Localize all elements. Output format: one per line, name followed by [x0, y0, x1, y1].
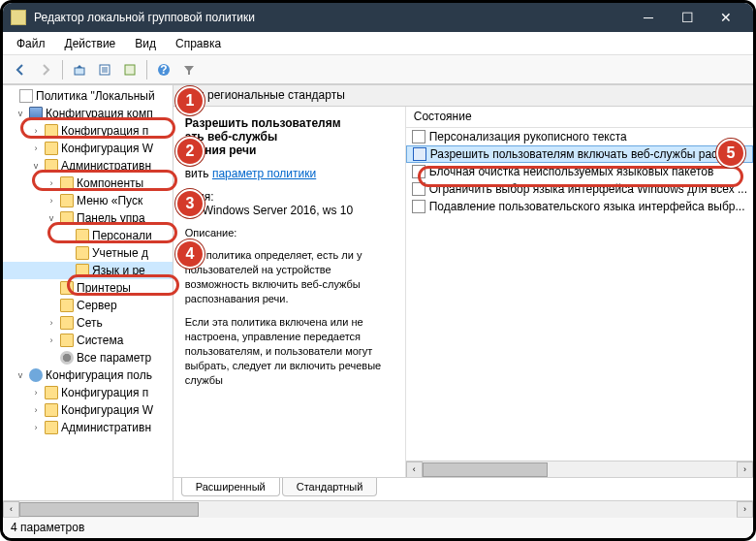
- folder-icon: [45, 386, 58, 399]
- tree-item[interactable]: ›Конфигурация п: [3, 122, 173, 140]
- tree-item[interactable]: ›Система: [3, 332, 173, 349]
- tree-item[interactable]: Учетные д: [3, 244, 173, 262]
- help-button[interactable]: ?: [152, 58, 175, 81]
- tab-extended[interactable]: Расширенный: [181, 478, 280, 496]
- tree-control-panel[interactable]: vПанель упра: [3, 209, 173, 227]
- folder-icon: [76, 229, 89, 242]
- maximize-button[interactable]: ☐: [668, 3, 707, 32]
- description-pane: Разрешить пользователям ать веб-службы а…: [173, 107, 406, 477]
- folder-icon: [60, 194, 74, 207]
- properties-button[interactable]: [93, 58, 116, 81]
- tree-item[interactable]: ›Сеть: [3, 314, 173, 332]
- scroll-thumb[interactable]: [423, 462, 549, 477]
- edit-policy-link[interactable]: параметр политики: [212, 167, 316, 180]
- setting-icon: [412, 130, 425, 143]
- folder-icon: [45, 142, 58, 155]
- computer-icon: [29, 107, 43, 120]
- setting-icon: [412, 165, 425, 178]
- menu-help[interactable]: Справка: [166, 34, 231, 53]
- scroll-thumb[interactable]: [19, 502, 199, 517]
- folder-icon: [60, 334, 74, 347]
- list-row-selected[interactable]: Разрешить пользователям включать веб-слу…: [406, 145, 753, 163]
- list-row[interactable]: Подавление пользовательского языка интер…: [406, 198, 753, 215]
- scroll-right-button[interactable]: ›: [737, 501, 753, 518]
- svg-rect-0: [75, 68, 84, 75]
- policy-icon: [19, 89, 33, 103]
- minimize-button[interactable]: ─: [629, 3, 668, 32]
- folder-icon: [76, 246, 89, 260]
- user-icon: [29, 368, 43, 382]
- policy-title: Разрешить пользователям ать веб-службы а…: [185, 116, 394, 157]
- column-state[interactable]: Состояние: [406, 107, 753, 127]
- list-row[interactable]: Ограничить выбор языка интерфейса Window…: [406, 180, 753, 198]
- tree-item[interactable]: Принтеры: [3, 279, 173, 297]
- folder-icon: [45, 421, 58, 434]
- tree-item[interactable]: Сервер: [3, 297, 173, 314]
- annotation-badge-5: 5: [716, 139, 745, 168]
- svg-rect-5: [125, 65, 135, 75]
- tree-root[interactable]: Политика "Локальный: [3, 87, 173, 105]
- menu-bar: Файл Действие Вид Справка: [3, 32, 753, 55]
- menu-file[interactable]: Файл: [7, 34, 55, 53]
- tree-user-config[interactable]: vКонфигурация поль: [3, 366, 173, 384]
- setting-icon: [412, 200, 425, 213]
- folder-icon: [60, 211, 74, 225]
- folder-icon: [60, 299, 74, 312]
- folder-icon: [60, 281, 74, 295]
- gear-icon: [60, 351, 74, 365]
- export-button[interactable]: [118, 58, 142, 81]
- scroll-left-button[interactable]: ‹: [3, 501, 19, 518]
- tree-item[interactable]: Персонали: [3, 227, 173, 244]
- folder-icon: [45, 124, 58, 138]
- folder-icon: [60, 176, 74, 190]
- tree-item[interactable]: ›Административн: [3, 419, 173, 436]
- list-header: Состояние: [406, 107, 753, 128]
- app-icon: [11, 10, 26, 25]
- settings-list: Состояние Персонализация рукописного тек…: [406, 107, 753, 477]
- annotation-badge-3: 3: [175, 189, 205, 218]
- horizontal-scrollbar[interactable]: ‹ ›: [406, 461, 753, 477]
- tree-item[interactable]: ›Конфигурация п: [3, 384, 173, 401]
- tree-item[interactable]: Все параметр: [3, 349, 173, 366]
- tree-item[interactable]: ›Компоненты: [3, 175, 173, 192]
- tree-computer-config[interactable]: vКонфигурация комп: [3, 105, 173, 122]
- toolbar: ?: [3, 55, 753, 84]
- content-header: ык и региональные стандарты: [173, 85, 753, 107]
- scroll-left-button[interactable]: ‹: [406, 461, 423, 478]
- annotation-badge-4: 4: [175, 239, 205, 269]
- description-text: Эта политика определяет, есть ли у польз…: [185, 248, 394, 305]
- title-bar: Редактор локальной групповой политики ─ …: [3, 3, 753, 32]
- tree-item[interactable]: ›Конфигурация W: [3, 140, 173, 157]
- scroll-right-button[interactable]: ›: [737, 461, 753, 478]
- annotation-badge-1: 1: [175, 86, 205, 115]
- annotation-badge-2: 2: [175, 137, 205, 166]
- forward-button[interactable]: [34, 58, 57, 81]
- menu-action[interactable]: Действие: [55, 34, 126, 53]
- close-button[interactable]: ✕: [707, 3, 745, 32]
- tree-item[interactable]: ›Меню «Пуск: [3, 192, 173, 209]
- window-title: Редактор локальной групповой политики: [34, 11, 629, 24]
- list-row[interactable]: Блочная очистка неиспользуемых языковых …: [406, 163, 753, 180]
- tree-language-region[interactable]: Язык и ре: [3, 262, 173, 279]
- filter-button[interactable]: [177, 58, 201, 81]
- tree-view[interactable]: Политика "Локальный vКонфигурация комп ›…: [3, 85, 173, 500]
- tree-admin-templates[interactable]: vАдминистративн: [3, 157, 173, 175]
- description-text: Если эта политика включена или не настро…: [185, 315, 394, 387]
- list-row[interactable]: Персонализация рукописного текста: [406, 128, 753, 145]
- folder-icon: [45, 403, 58, 417]
- view-tabs: Расширенный Стандартный: [173, 477, 753, 500]
- status-bar: 4 параметров: [3, 517, 753, 538]
- svg-text:?: ?: [160, 63, 167, 77]
- folder-icon: [45, 159, 58, 173]
- tree-item[interactable]: ›Конфигурация W: [3, 401, 173, 419]
- back-button[interactable]: [9, 58, 32, 81]
- setting-icon: [413, 147, 426, 161]
- up-button[interactable]: [68, 58, 91, 81]
- folder-icon: [76, 264, 89, 277]
- setting-icon: [412, 182, 425, 196]
- menu-view[interactable]: Вид: [125, 34, 166, 53]
- tab-standard[interactable]: Стандартный: [282, 478, 378, 496]
- tree-scrollbar[interactable]: ‹ ›: [3, 500, 753, 517]
- folder-icon: [60, 316, 74, 330]
